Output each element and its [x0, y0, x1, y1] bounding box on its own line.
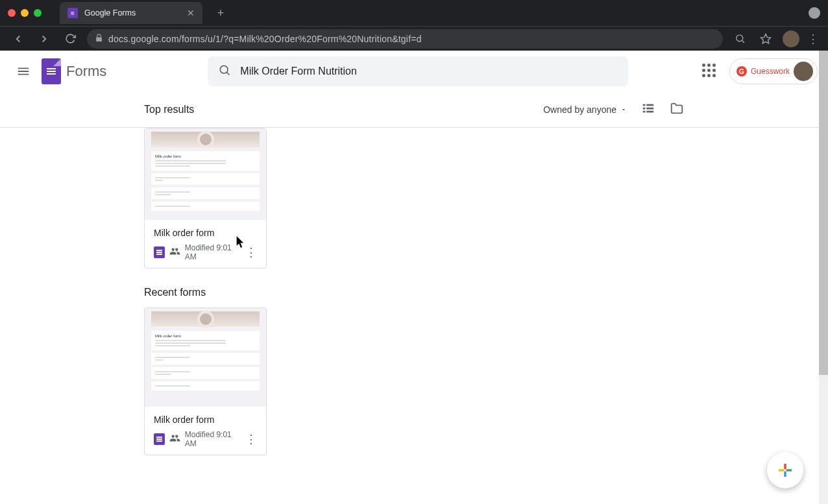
chrome-menu-button[interactable]: ⋮ — [807, 32, 819, 46]
scrollbar[interactable] — [819, 51, 828, 504]
minimize-window-button[interactable] — [21, 9, 29, 17]
search-icon — [218, 64, 231, 79]
form-thumbnail: Milk order form — [145, 128, 266, 220]
shared-icon — [169, 246, 180, 259]
thumb-form-title: Milk order form — [155, 334, 181, 338]
close-window-button[interactable] — [8, 9, 16, 17]
lock-icon — [95, 34, 103, 44]
search-bar[interactable] — [208, 56, 628, 86]
list-view-toggle[interactable] — [641, 101, 655, 118]
chrome-account-avatar[interactable] — [783, 30, 799, 47]
browser-tab[interactable]: ≡ Google Forms ✕ — [60, 2, 202, 24]
form-card-meta: Modified 9:01 AM — [185, 243, 241, 261]
open-folder-button[interactable] — [670, 101, 684, 118]
scrollbar-thumb[interactable] — [819, 51, 828, 375]
address-bar[interactable]: docs.google.com/forms/u/1/?q=Milk%20Orde… — [87, 29, 723, 49]
account-avatar — [794, 62, 813, 81]
guesswork-label: Guesswork — [751, 67, 790, 76]
window-controls — [8, 9, 42, 17]
browser-chrome: ≡ Google Forms ✕ + docs.google.com/forms… — [0, 0, 828, 51]
forward-button[interactable] — [35, 30, 53, 48]
tab-strip: ≡ Google Forms ✕ + — [0, 0, 828, 26]
form-card-recent[interactable]: Milk order form Milk order form Modified… — [144, 307, 267, 455]
tab-close-button[interactable]: ✕ — [187, 8, 195, 18]
forms-logo-icon — [42, 58, 61, 84]
thumb-form-title: Milk order form — [155, 154, 181, 158]
results-toolbar: Top results Owned by anyone — [0, 92, 828, 127]
svg-point-1 — [221, 66, 228, 73]
maximize-window-button[interactable] — [34, 9, 42, 17]
forms-file-icon — [154, 246, 165, 258]
form-card-meta: Modified 9:01 AM — [185, 430, 241, 448]
google-apps-button[interactable] — [702, 64, 718, 79]
search-input[interactable] — [240, 66, 618, 77]
brand[interactable]: Forms — [42, 58, 106, 84]
create-new-fab[interactable] — [767, 452, 803, 488]
form-card-title: Milk order form — [154, 228, 257, 238]
owner-filter[interactable]: Owned by anyone — [543, 104, 627, 115]
back-button[interactable] — [9, 30, 27, 48]
main-menu-button[interactable] — [10, 58, 36, 84]
form-card-title: Milk order form — [154, 414, 257, 425]
zoom-icon[interactable] — [731, 30, 749, 48]
address-url: docs.google.com/forms/u/1/?q=Milk%20Orde… — [108, 34, 422, 44]
account-switcher[interactable]: G Guesswork — [729, 58, 818, 84]
card-more-button[interactable]: ⋮ — [245, 433, 257, 445]
reload-button[interactable] — [61, 30, 79, 48]
card-more-button[interactable]: ⋮ — [245, 246, 257, 258]
app-header: Forms G Guesswork — [0, 51, 828, 92]
owner-filter-label: Owned by anyone — [543, 104, 616, 115]
tab-favicon: ≡ — [67, 8, 78, 18]
chevron-down-icon — [620, 106, 627, 113]
new-tab-button[interactable]: + — [212, 4, 230, 22]
form-thumbnail: Milk order form — [145, 308, 266, 407]
form-card-top-result[interactable]: Milk order form Milk order form Modified… — [144, 128, 267, 269]
tab-title: Google Forms — [84, 8, 180, 18]
top-results-heading: Top results — [144, 104, 194, 115]
forms-file-icon — [154, 433, 165, 445]
bookmark-icon[interactable] — [757, 30, 775, 48]
shared-icon — [169, 433, 180, 446]
recent-forms-heading: Recent forms — [144, 287, 684, 298]
chrome-profile-dot[interactable] — [809, 7, 820, 19]
brand-name: Forms — [66, 63, 106, 80]
svg-point-0 — [736, 35, 742, 42]
browser-toolbar: docs.google.com/forms/u/1/?q=Milk%20Orde… — [0, 26, 828, 51]
guesswork-badge-icon: G — [737, 66, 747, 77]
content-area: Milk order form Milk order form Modified… — [0, 128, 828, 481]
